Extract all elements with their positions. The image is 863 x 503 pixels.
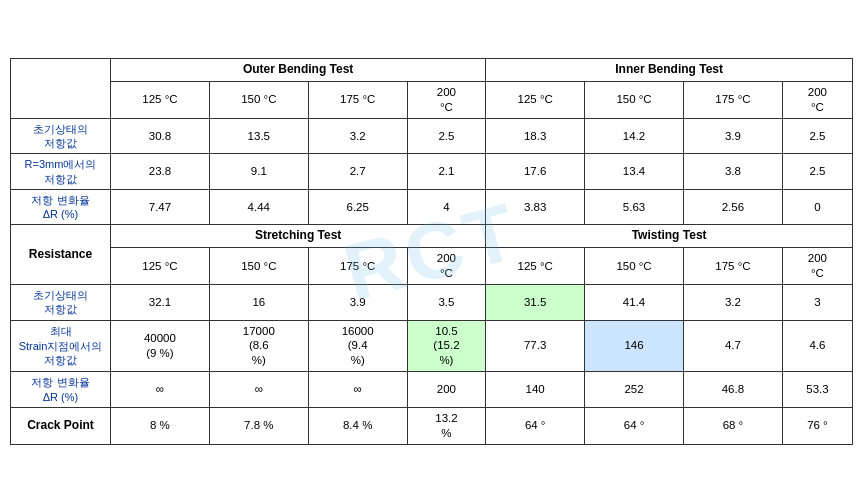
r3mm-resistance-label: R=3mm에서의 저항값 <box>11 154 111 190</box>
st-rc-150: ∞ <box>209 372 308 408</box>
ib-ir-125: 18.3 <box>486 118 585 154</box>
tw-rc-200: 53.3 <box>782 372 852 408</box>
st-cp-150: 7.8 % <box>209 407 308 444</box>
tw-rc-175: 46.8 <box>683 372 782 408</box>
tw-ir-200: 3 <box>782 284 852 320</box>
tw-rc-125: 140 <box>486 372 585 408</box>
tw-ms-150: 146 <box>585 320 684 372</box>
ob-ir-125: 30.8 <box>111 118 210 154</box>
st-temp-150: 150 °C <box>209 248 308 285</box>
ib-temp-175: 175 °C <box>683 81 782 118</box>
tw-ir-125: 31.5 <box>486 284 585 320</box>
ob-r3-200: 2.1 <box>407 154 486 190</box>
twisting-header: Twisting Test <box>486 225 853 248</box>
ib-rc-125: 3.83 <box>486 189 585 225</box>
ob-rc-125: 7.47 <box>111 189 210 225</box>
st-rc-200: 200 <box>407 372 486 408</box>
tw-ir-150: 41.4 <box>585 284 684 320</box>
resistance-change-label-2: 저항 변화율 ΔR (%) <box>11 372 111 408</box>
tw-ms-200: 4.6 <box>782 320 852 372</box>
crack-point-label: Crack Point <box>11 407 111 444</box>
tw-ms-125: 77.3 <box>486 320 585 372</box>
ob-temp-150: 150 °C <box>209 81 308 118</box>
tw-cp-175: 68 ° <box>683 407 782 444</box>
ib-r3-175: 3.8 <box>683 154 782 190</box>
tw-ir-175: 3.2 <box>683 284 782 320</box>
st-ms-175: 16000 (9.4 %) <box>308 320 407 372</box>
st-ir-150: 16 <box>209 284 308 320</box>
ob-temp-125: 125 °C <box>111 81 210 118</box>
ob-rc-200: 4 <box>407 189 486 225</box>
ob-r3-125: 23.8 <box>111 154 210 190</box>
ib-rc-175: 2.56 <box>683 189 782 225</box>
ob-temp-175: 175 °C <box>308 81 407 118</box>
inner-bending-header: Inner Bending Test <box>486 59 853 82</box>
ib-r3-150: 13.4 <box>585 154 684 190</box>
ob-rc-175: 6.25 <box>308 189 407 225</box>
tw-cp-125: 64 ° <box>486 407 585 444</box>
ib-r3-200: 2.5 <box>782 154 852 190</box>
st-temp-125: 125 °C <box>111 248 210 285</box>
ib-ir-150: 14.2 <box>585 118 684 154</box>
ob-ir-175: 3.2 <box>308 118 407 154</box>
tw-cp-200: 76 ° <box>782 407 852 444</box>
ob-temp-200: 200 °C <box>407 81 486 118</box>
st-cp-125: 8 % <box>111 407 210 444</box>
ib-ir-200: 2.5 <box>782 118 852 154</box>
tw-temp-125: 125 °C <box>486 248 585 285</box>
st-ms-125: 40000 (9 %) <box>111 320 210 372</box>
ib-temp-125: 125 °C <box>486 81 585 118</box>
tw-temp-150: 150 °C <box>585 248 684 285</box>
ib-rc-150: 5.63 <box>585 189 684 225</box>
resistance-table: Outer Bending Test Inner Bending Test 12… <box>10 58 853 445</box>
st-ir-125: 32.1 <box>111 284 210 320</box>
initial-resistance-label-2: 초기상태의 저항값 <box>11 284 111 320</box>
ib-rc-200: 0 <box>782 189 852 225</box>
st-ir-175: 3.9 <box>308 284 407 320</box>
ib-temp-150: 150 °C <box>585 81 684 118</box>
ob-rc-150: 4.44 <box>209 189 308 225</box>
ib-r3-125: 17.6 <box>486 154 585 190</box>
ib-ir-175: 3.9 <box>683 118 782 154</box>
st-ir-200: 3.5 <box>407 284 486 320</box>
tw-temp-175: 175 °C <box>683 248 782 285</box>
st-cp-175: 8.4 % <box>308 407 407 444</box>
ob-r3-175: 2.7 <box>308 154 407 190</box>
table-container: RCT Outer Bending Test Inner Bending Tes… <box>10 58 853 445</box>
st-rc-175: ∞ <box>308 372 407 408</box>
tw-rc-150: 252 <box>585 372 684 408</box>
st-ms-150: 17000 (8.6 %) <box>209 320 308 372</box>
tw-cp-150: 64 ° <box>585 407 684 444</box>
st-temp-175: 175 °C <box>308 248 407 285</box>
max-strain-label: 최대 Strain지점에서의 저항값 <box>11 320 111 372</box>
ob-ir-200: 2.5 <box>407 118 486 154</box>
tw-temp-200: 200 °C <box>782 248 852 285</box>
st-cp-200: 13.2 % <box>407 407 486 444</box>
ib-temp-200: 200 °C <box>782 81 852 118</box>
resistance-change-label-1: 저항 변화율 ΔR (%) <box>11 189 111 225</box>
initial-resistance-label-1: 초기상태의 저항값 <box>11 118 111 154</box>
resistance-title: Resistance <box>11 225 111 284</box>
empty-header <box>11 59 111 118</box>
ob-r3-150: 9.1 <box>209 154 308 190</box>
st-ms-200: 10.5 (15.2 %) <box>407 320 486 372</box>
st-temp-200: 200 °C <box>407 248 486 285</box>
stretching-header: Stretching Test <box>111 225 486 248</box>
outer-bending-header: Outer Bending Test <box>111 59 486 82</box>
ob-ir-150: 13.5 <box>209 118 308 154</box>
st-rc-125: ∞ <box>111 372 210 408</box>
tw-ms-175: 4.7 <box>683 320 782 372</box>
